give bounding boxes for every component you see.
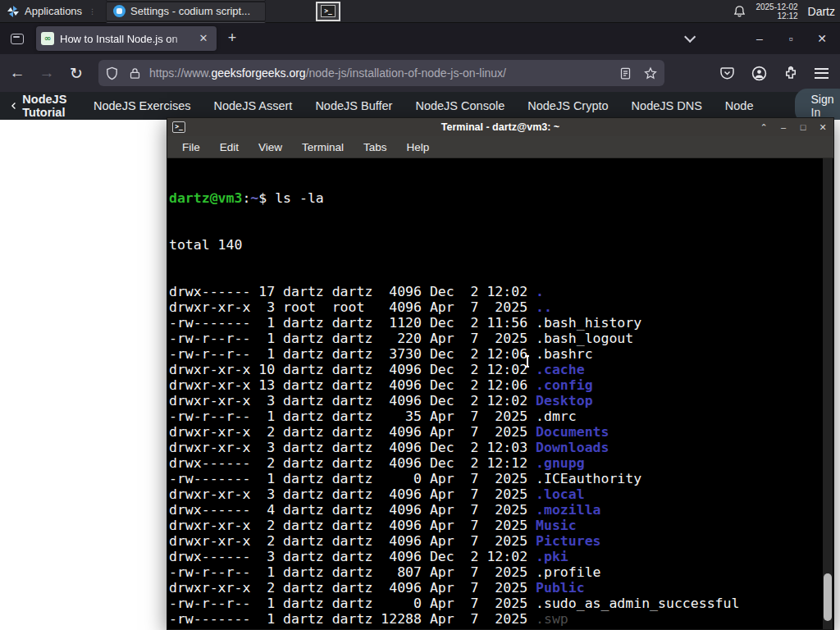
- file-name: Documents: [536, 424, 609, 440]
- applications-menu-button[interactable]: Applications ⋮: [0, 0, 105, 22]
- reader-mode-icon[interactable]: [619, 66, 632, 80]
- nav-link-nodejs-buffer[interactable]: NodeJS Buffer: [315, 99, 392, 112]
- terminal-prompt-line: dartz@vm3:~$ ls -la: [169, 190, 833, 206]
- bookmark-star-icon[interactable]: [643, 66, 658, 80]
- terminal-output-line: drwx------ 17 dartz dartz 4096 Dec 2 12:…: [169, 284, 833, 299]
- terminal-menu-help[interactable]: Help: [399, 139, 438, 156]
- pocket-icon[interactable]: [719, 66, 735, 80]
- terminal-maximize-button[interactable]: □: [797, 122, 809, 133]
- file-name: .: [536, 284, 544, 299]
- terminal-output-line: -rw-r--r-- 1 dartz dartz 0 Apr 7 2025 .s…: [169, 596, 833, 611]
- nav-link-nodejs-exercises[interactable]: NodeJS Exercises: [94, 99, 190, 112]
- window-button-label: Settings - codium script...: [130, 5, 250, 17]
- terminal-close-button[interactable]: ✕: [817, 122, 829, 133]
- terminal-menu-tabs[interactable]: Tabs: [355, 139, 395, 156]
- panel-handle: ⋮: [89, 7, 97, 16]
- file-name: Pictures: [536, 533, 600, 549]
- terminal-output-line: drwxr-xr-x 2 dartz dartz 4096 Apr 7 2025…: [169, 518, 833, 533]
- extensions-puzzle-icon[interactable]: [783, 66, 798, 80]
- prompt-command: $ ls -la: [258, 190, 323, 206]
- nav-back-group[interactable]: NodeJS Tutorial: [11, 93, 71, 119]
- terminal-window-controls: ⌃ – □ ✕: [758, 122, 829, 133]
- terminal-output-line: -rw------- 1 dartz dartz 1120 Dec 2 11:5…: [169, 315, 833, 331]
- nav-links: NodeJS ExercisesNodeJS AssertNodeJS Buff…: [71, 99, 754, 112]
- window-maximize-button[interactable]: ▫: [783, 32, 799, 45]
- terminal-menu-edit[interactable]: Edit: [212, 139, 247, 156]
- list-all-tabs-icon[interactable]: [684, 31, 696, 43]
- nav-link-nodejs-crypto[interactable]: NodeJS Crypto: [527, 99, 608, 112]
- forward-button[interactable]: →: [34, 61, 59, 85]
- new-tab-button[interactable]: +: [221, 28, 243, 49]
- file-name: .dmrc: [536, 409, 577, 424]
- file-name: .config: [536, 377, 593, 393]
- url-domain: geeksforgeeks.org: [211, 66, 305, 80]
- tab-close-button[interactable]: ✕: [195, 30, 212, 47]
- terminal-output-line: -rw------- 1 dartz dartz 0 Apr 7 2025 .I…: [169, 471, 833, 486]
- terminal-title: Terminal - dartz@vm3: ~: [167, 121, 833, 133]
- window-minimize-button[interactable]: –: [751, 32, 768, 45]
- tracking-shield-icon[interactable]: [105, 66, 119, 80]
- nav-link-nodejs-assert[interactable]: NodeJS Assert: [213, 99, 292, 112]
- nav-link-node[interactable]: Node: [725, 99, 754, 112]
- terminal-output-line: -rw-r--r-- 1 dartz dartz 807 Apr 7 2025 …: [169, 564, 833, 580]
- terminal-body[interactable]: dartz@vm3:~$ ls -la total 140 drwx------…: [167, 158, 833, 629]
- file-name: .ICEauthority: [536, 471, 641, 486]
- terminal-icon: >_: [321, 5, 336, 17]
- prompt-user-host: dartz@vm3: [169, 190, 242, 206]
- file-name: .local: [536, 486, 585, 502]
- browser-tab[interactable]: ∞ How to Install Node.js on ✕: [36, 26, 217, 51]
- mouse-ibeam-cursor: [523, 355, 531, 368]
- panel-tray: 2025-12-02 12:12 Dartz: [733, 2, 840, 21]
- gfg-site-nav: NodeJS Tutorial NodeJS ExercisesNodeJS A…: [0, 92, 840, 120]
- terminal-output-line: drwxr-xr-x 2 dartz dartz 4096 Apr 7 2025…: [169, 580, 833, 596]
- window-button-codium[interactable]: Settings - codium script...: [106, 2, 266, 21]
- file-name: .mozilla: [536, 502, 600, 518]
- url-bar[interactable]: https://www.geeksforgeeks.org/node-js/in…: [98, 60, 664, 86]
- terminal-output-line: drwxr-xr-x 3 root root 4096 Apr 7 2025 .…: [169, 299, 833, 315]
- url-path: /node-js/installation-of-node-js-on-linu…: [306, 66, 506, 80]
- terminal-output: dartz@vm3:~$ ls -la total 140 drwx------…: [167, 158, 833, 629]
- firefox-view-button[interactable]: [7, 28, 28, 49]
- window-close-button[interactable]: ✕: [814, 32, 830, 45]
- file-name: Desktop: [536, 393, 593, 409]
- tab-title: How to Install Node.js on: [60, 33, 195, 45]
- panel-clock[interactable]: 2025-12-02 12:12: [756, 2, 797, 21]
- back-button[interactable]: ←: [5, 61, 30, 85]
- account-icon[interactable]: [751, 66, 767, 81]
- terminal-total-line: total 140: [169, 237, 833, 253]
- terminal-menu-terminal[interactable]: Terminal: [294, 139, 352, 156]
- url-text: https://www.geeksforgeeks.org/node-js/in…: [149, 66, 613, 80]
- terminal-output-line: drwxr-xr-x 2 dartz dartz 4096 Apr 7 2025…: [169, 424, 833, 440]
- terminal-minimize-button[interactable]: –: [778, 122, 789, 133]
- terminal-output-line: drwxr-xr-x 3 dartz dartz 4096 Dec 2 12:0…: [169, 440, 833, 455]
- terminal-menu-file[interactable]: File: [174, 139, 208, 156]
- notification-bell-icon[interactable]: [733, 5, 746, 18]
- applications-label: Applications: [25, 5, 82, 17]
- terminal-scrollbar-thumb[interactable]: [824, 573, 832, 621]
- clock-date: 2025-12-02: [756, 2, 797, 11]
- app-menu-icon[interactable]: [815, 68, 829, 79]
- terminal-output-line: drwxr-xr-x 3 dartz dartz 4096 Apr 7 2025…: [169, 486, 833, 502]
- firefox-toolbar: ← → ↻ https://www.geeksforgeeks.org/node…: [0, 54, 840, 92]
- terminal-output-line: -rw-r--r-- 1 dartz dartz 35 Apr 7 2025 .…: [169, 409, 833, 424]
- file-name: .gnupg: [536, 455, 585, 471]
- file-name: .profile: [536, 564, 600, 580]
- terminal-scrollbar-track[interactable]: [823, 158, 833, 629]
- terminal-titlebar[interactable]: >_ Terminal - dartz@vm3: ~ ⌃ – □ ✕: [167, 118, 833, 136]
- terminal-output-line: -rw-r--r-- 1 dartz dartz 220 Apr 7 2025 …: [169, 331, 833, 346]
- nav-link-nodejs-console[interactable]: NodeJS Console: [415, 99, 504, 112]
- file-name: Music: [536, 518, 577, 533]
- lock-icon[interactable]: [129, 66, 141, 80]
- file-name: .cache: [536, 362, 585, 377]
- applications-icon: [7, 5, 20, 18]
- terminal-menu-view[interactable]: View: [250, 139, 290, 156]
- terminal-rollup-button[interactable]: ⌃: [758, 122, 769, 133]
- terminal-output-line: drwxr-xr-x 13 dartz dartz 4096 Dec 2 12:…: [169, 377, 833, 393]
- file-name: Public: [536, 580, 585, 596]
- panel-username[interactable]: Dartz: [808, 5, 835, 18]
- tray-terminal-icon[interactable]: >_: [316, 2, 340, 21]
- toolbar-right-icons: [719, 66, 840, 81]
- reload-button[interactable]: ↻: [64, 61, 89, 85]
- nav-link-nodejs-dns[interactable]: NodeJS DNS: [632, 99, 702, 112]
- file-name: .pki: [536, 549, 568, 564]
